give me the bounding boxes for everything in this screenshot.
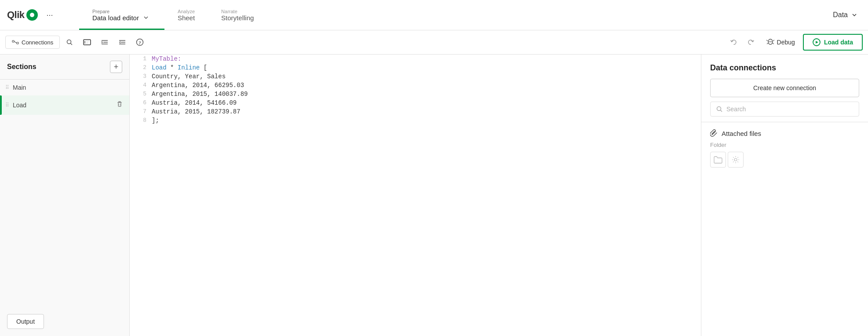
sidebar-item-load-label: Load — [13, 102, 112, 109]
svg-line-19 — [766, 40, 768, 41]
svg-line-20 — [773, 40, 774, 41]
tab-prepare-label: Prepare — [92, 9, 151, 14]
sidebar: Sections + ⠿ Main ⠿ Load Output — [0, 55, 130, 336]
debug-button[interactable]: Debug — [760, 36, 801, 49]
tab-prepare[interactable]: Prepare Data load editor — [79, 0, 164, 30]
folder-label: Folder — [710, 142, 859, 148]
folder-icon-area — [710, 152, 859, 168]
line-number-5: 5 — [130, 90, 152, 99]
outdent-icon-button[interactable] — [114, 34, 130, 50]
load-data-icon — [813, 38, 821, 46]
tab-analyze[interactable]: Analyze Sheet — [164, 0, 208, 30]
help-icon-button[interactable]: ? — [132, 34, 148, 50]
code-line-1: 1 MyTable: — [130, 55, 701, 63]
svg-point-31 — [734, 158, 737, 161]
line-code-8: ]; — [152, 116, 701, 125]
svg-rect-0 — [12, 40, 14, 42]
svg-point-29 — [717, 107, 721, 111]
logo-area: Qlik ··· — [0, 0, 79, 30]
code-editor[interactable]: 1 MyTable: 2 Load * Inline [ 3 Country, … — [130, 55, 701, 336]
debug-label: Debug — [777, 39, 795, 46]
svg-point-3 — [67, 40, 71, 44]
inline-keyword: Inline — [178, 64, 200, 71]
connections-icon — [12, 39, 19, 46]
right-panel: Data connections Create new connection S… — [701, 55, 868, 336]
attached-files-header: Attached files — [710, 129, 859, 137]
outdent-icon — [118, 39, 126, 46]
code-icon-button[interactable] — [79, 34, 95, 50]
line-number-2: 2 — [130, 63, 152, 72]
prepare-dropdown-button[interactable] — [141, 15, 151, 20]
svg-line-30 — [721, 110, 722, 112]
tab-narrate-label: Narrate — [221, 9, 254, 14]
sections-title: Sections — [7, 63, 36, 71]
drag-handle-main: ⠿ — [5, 84, 9, 91]
indent-icon-button[interactable] — [97, 34, 113, 50]
more-button[interactable]: ··· — [43, 9, 57, 22]
connections-button[interactable]: Connections — [5, 36, 60, 49]
data-button[interactable]: Data — [822, 0, 868, 30]
code-line-7: 7 Austria, 2015, 182739.87 — [130, 107, 701, 116]
data-button-label: Data — [833, 11, 848, 19]
debug-icon — [766, 38, 774, 46]
undo-button[interactable] — [726, 34, 742, 50]
folder-settings-icon-button[interactable] — [728, 152, 744, 168]
svg-marker-25 — [816, 41, 818, 44]
redo-icon — [747, 38, 755, 46]
nav-tabs: Prepare Data load editor Analyze Sheet N… — [79, 0, 267, 30]
sidebar-item-load[interactable]: ⠿ Load — [0, 95, 129, 115]
undo-icon — [730, 38, 738, 46]
tab-analyze-label: Analyze — [178, 9, 195, 14]
line-number-8: 8 — [130, 116, 152, 125]
line-code-6: Austria, 2014, 54166.09 — [152, 99, 701, 107]
data-connections-title: Data connections — [710, 63, 859, 73]
folder-icon-button[interactable] — [710, 152, 726, 168]
search-placeholder: Search — [726, 106, 746, 113]
delete-section-button[interactable] — [115, 100, 124, 110]
code-line-4: 4 Argentina, 2014, 66295.03 — [130, 81, 701, 90]
attached-files-section: Attached files Folder — [701, 122, 868, 175]
load-data-label: Load data — [824, 39, 853, 46]
load-data-button[interactable]: Load data — [803, 34, 863, 51]
drag-handle-load: ⠿ — [5, 102, 9, 108]
output-button[interactable]: Output — [7, 314, 44, 329]
help-icon: ? — [136, 38, 144, 46]
trash-icon — [116, 101, 123, 108]
sidebar-item-main[interactable]: ⠿ Main — [0, 80, 129, 95]
indent-icon — [101, 39, 109, 46]
redo-button[interactable] — [743, 34, 759, 50]
folder-settings-icon — [732, 156, 740, 164]
sidebar-header: Sections + — [0, 55, 129, 80]
main-layout: Sections + ⠿ Main ⠿ Load Output — [0, 55, 868, 336]
qlik-circle-inner — [30, 13, 34, 17]
line-code-5: Argentina, 2015, 140037.89 — [152, 90, 701, 99]
toolbar: Connections — [0, 30, 868, 55]
tab-narrate[interactable]: Narrate Storytelling — [208, 0, 267, 30]
folder-icon — [714, 156, 722, 164]
sidebar-item-main-label: Main — [13, 84, 124, 91]
paperclip-icon — [710, 129, 718, 137]
qlik-text: Qlik — [7, 9, 25, 21]
code-table: 1 MyTable: 2 Load * Inline [ 3 Country, … — [130, 55, 701, 125]
line-code-1: MyTable: — [152, 55, 701, 63]
search-box[interactable]: Search — [710, 102, 859, 117]
search-box-icon — [716, 106, 723, 113]
svg-line-2 — [14, 41, 17, 43]
svg-line-21 — [767, 43, 768, 44]
table-name-keyword: MyTable: — [152, 55, 181, 62]
line-code-4: Argentina, 2014, 66295.03 — [152, 81, 701, 90]
data-chevron-icon — [851, 12, 857, 18]
create-connection-button[interactable]: Create new connection — [710, 79, 859, 97]
code-line-6: 6 Austria, 2014, 54166.09 — [130, 99, 701, 107]
svg-text:?: ? — [139, 40, 142, 45]
code-line-8: 8 ]; — [130, 116, 701, 125]
code-icon — [83, 39, 91, 46]
line-code-7: Austria, 2015, 182739.87 — [152, 107, 701, 116]
add-section-button[interactable]: + — [110, 61, 122, 73]
svg-line-22 — [773, 43, 774, 44]
tab-narrate-subtitle: Storytelling — [221, 14, 254, 22]
line-number-6: 6 — [130, 99, 152, 107]
line-number-3: 3 — [130, 72, 152, 81]
line-code-2: Load * Inline [ — [152, 63, 701, 72]
search-icon-button[interactable] — [62, 34, 77, 50]
